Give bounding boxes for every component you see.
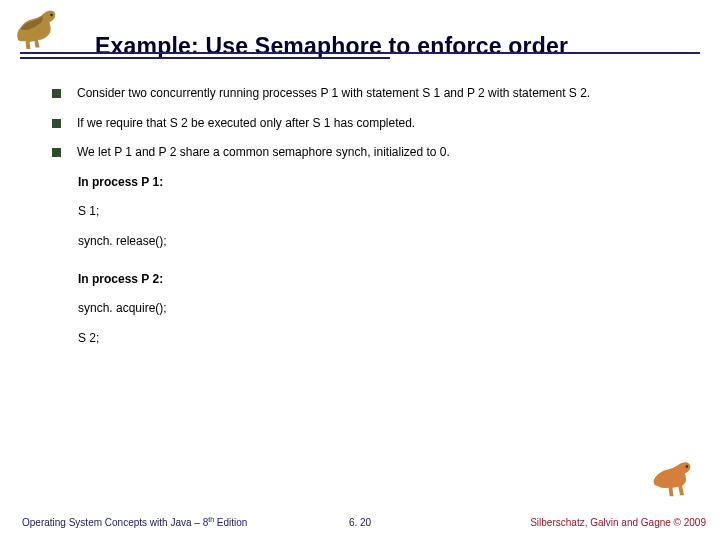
dino-right-icon: [645, 456, 700, 504]
bullet-item: If we require that S 2 be executed only …: [52, 116, 680, 132]
process-2-block: In process P 2: synch. acquire(); S 2;: [78, 272, 680, 347]
svg-point-0: [50, 14, 53, 17]
bullet-square-icon: [52, 89, 61, 98]
process-1-line: synch. release();: [78, 234, 680, 250]
process-2-line: synch. acquire();: [78, 301, 680, 317]
slide-content: Consider two concurrently running proces…: [52, 86, 680, 360]
bullet-square-icon: [52, 148, 61, 157]
bullet-text: If we require that S 2 be executed only …: [77, 116, 680, 132]
process-1-line: S 1;: [78, 204, 680, 220]
bullet-item: Consider two concurrently running proces…: [52, 86, 680, 102]
bullet-square-icon: [52, 119, 61, 128]
bullet-item: We let P 1 and P 2 share a common semaph…: [52, 145, 680, 161]
title-underline-sub: [20, 57, 390, 59]
process-1-heading: In process P 1:: [78, 175, 680, 191]
bullet-text: Consider two concurrently running proces…: [77, 86, 680, 102]
svg-point-1: [686, 465, 688, 467]
process-2-heading: In process P 2:: [78, 272, 680, 288]
bullet-text: We let P 1 and P 2 share a common semaph…: [77, 145, 680, 161]
dino-left-icon: [8, 5, 63, 55]
process-2-line: S 2;: [78, 331, 680, 347]
title-underline-main: [20, 52, 700, 54]
footer-right: Silberschatz, Galvin and Gagne © 2009: [530, 517, 706, 528]
process-1-block: In process P 1: S 1; synch. release();: [78, 175, 680, 250]
